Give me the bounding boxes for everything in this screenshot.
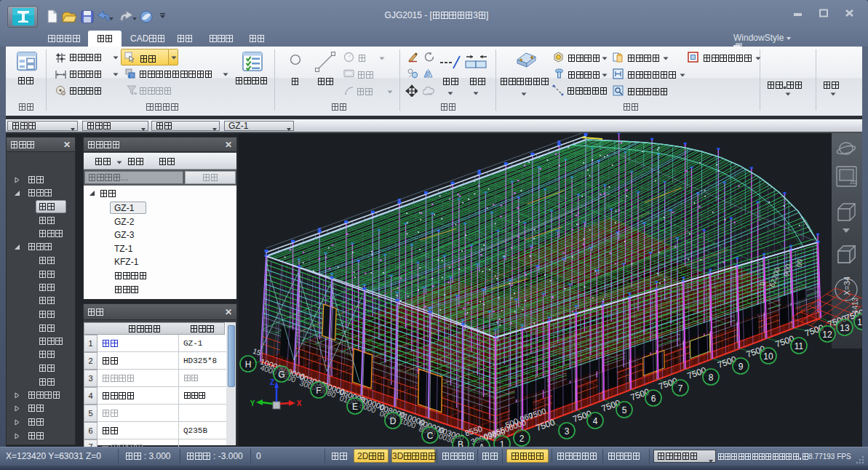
- svg-text:9: 9: [738, 362, 744, 372]
- svg-text:F: F: [316, 386, 321, 396]
- svg-text:4413: 4413: [851, 297, 859, 314]
- svg-text:G: G: [278, 370, 284, 380]
- svg-text:11: 11: [795, 341, 804, 351]
- svg-text:D: D: [390, 416, 397, 426]
- svg-text:2: 2: [519, 434, 525, 444]
- svg-text:12: 12: [822, 330, 832, 340]
- svg-text:13: 13: [840, 323, 850, 333]
- svg-text:8: 8: [709, 373, 714, 383]
- svg-text:6: 6: [651, 394, 656, 404]
- svg-text:Z: Z: [270, 378, 274, 386]
- svg-text:B: B: [458, 439, 463, 447]
- svg-text:14: 14: [857, 317, 862, 327]
- svg-text:10: 10: [763, 351, 773, 362]
- svg-text:3: 3: [565, 426, 570, 437]
- svg-text:1: 1: [500, 439, 505, 447]
- svg-text:0: 0: [759, 282, 767, 286]
- svg-text:2D: 2D: [850, 180, 856, 185]
- svg-text:H: H: [245, 359, 252, 370]
- svg-text:C: C: [427, 431, 434, 441]
- svg-text:7: 7: [678, 383, 683, 394]
- svg-text:5: 5: [622, 405, 627, 415]
- svg-text:E: E: [352, 402, 358, 412]
- svg-text:4: 4: [593, 416, 598, 426]
- svg-text:X=34: X=34: [843, 276, 851, 295]
- svg-text:X: X: [297, 399, 302, 407]
- svg-text:Y: Y: [250, 399, 255, 407]
- svg-text:00: 00: [795, 258, 803, 268]
